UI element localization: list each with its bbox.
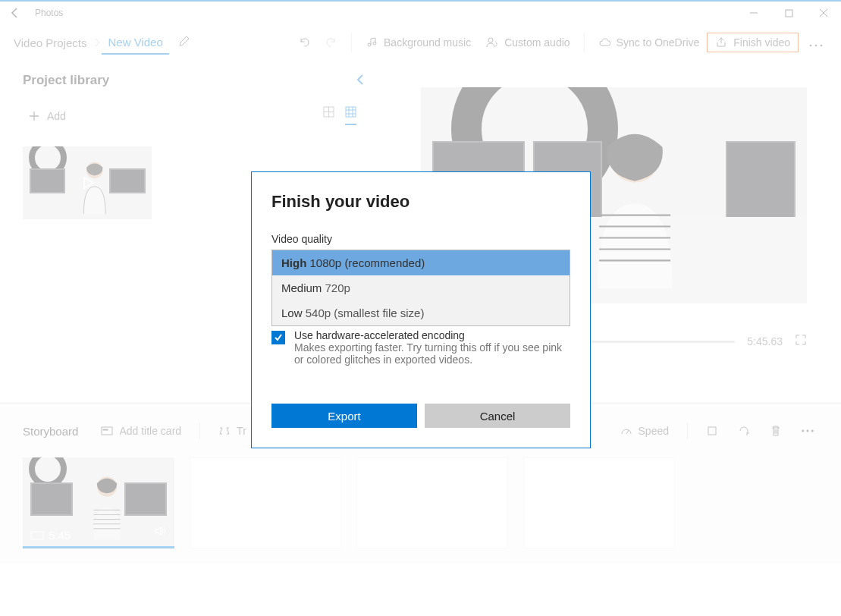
more-icon <box>809 44 823 47</box>
export-button[interactable]: Export <box>271 404 417 428</box>
storyboard-overflow-button[interactable] <box>797 422 818 440</box>
delete-button[interactable] <box>765 422 786 440</box>
sync-onedrive-button[interactable]: Sync to OneDrive <box>591 32 708 53</box>
storyboard-label: Storyboard <box>23 425 86 438</box>
tab-new-video[interactable]: New Video <box>102 31 168 55</box>
finish-video-button[interactable]: Finish video <box>707 33 799 52</box>
plus-icon <box>29 111 39 121</box>
storyboard-slot[interactable] <box>190 457 341 548</box>
overflow-button[interactable] <box>799 35 833 51</box>
tab-video-projects[interactable]: Video Projects <box>8 32 93 54</box>
library-clip[interactable] <box>23 146 152 219</box>
svg-point-1 <box>488 38 493 42</box>
hw-accel-desc: Makes exporting faster. Try turning this… <box>294 341 570 366</box>
speed-icon <box>620 425 632 437</box>
speed-button[interactable]: Speed <box>616 422 673 440</box>
trash-icon <box>770 425 782 437</box>
hw-accel-label: Use hardware-accelerated encoding <box>294 329 570 341</box>
library-title: Project library <box>23 73 109 88</box>
quality-option-high[interactable]: High 1080p (recommended) <box>272 250 570 275</box>
undo-button[interactable] <box>290 32 318 53</box>
redo-button[interactable] <box>318 32 345 53</box>
svg-point-13 <box>807 430 808 432</box>
minimize-icon <box>749 8 758 17</box>
duration-icon <box>30 531 44 540</box>
svg-rect-6 <box>346 107 356 117</box>
chevron-right-icon <box>94 37 100 48</box>
trim-icon <box>218 425 231 437</box>
more-icon <box>802 425 814 437</box>
back-button[interactable] <box>0 7 30 19</box>
svg-point-3 <box>815 44 817 46</box>
svg-point-14 <box>811 430 813 432</box>
undo-icon <box>298 36 310 49</box>
app-title: Photos <box>30 8 63 18</box>
dialog-title: Finish your video <box>271 192 570 212</box>
custom-audio-button[interactable]: Custom audio <box>479 32 577 53</box>
background-music-button[interactable]: Background music <box>358 32 479 53</box>
fullscreen-button[interactable] <box>795 334 807 349</box>
redo-icon <box>325 36 337 49</box>
music-icon <box>366 36 378 49</box>
crop-button[interactable] <box>701 422 723 440</box>
quality-option-medium[interactable]: Medium 720p <box>272 275 570 300</box>
arrow-left-icon <box>9 7 21 19</box>
export-icon <box>715 36 727 49</box>
storyboard-slot[interactable] <box>356 457 508 548</box>
add-button[interactable]: Add <box>23 107 72 125</box>
command-bar: Video Projects New Video Background musi… <box>0 24 841 61</box>
rotate-icon <box>738 425 750 437</box>
storyboard-slot[interactable] <box>523 457 675 548</box>
add-title-card-button[interactable]: Add title card <box>96 422 186 440</box>
title-bar: Photos <box>0 0 841 24</box>
pencil-icon <box>178 35 190 47</box>
svg-rect-9 <box>102 427 112 435</box>
svg-point-2 <box>810 44 812 46</box>
minimize-button[interactable] <box>736 2 771 24</box>
hw-accel-checkbox[interactable] <box>271 331 285 344</box>
cloud-icon <box>598 36 610 49</box>
view-large-icon[interactable] <box>323 106 334 125</box>
rotate-button[interactable] <box>733 422 755 440</box>
close-button[interactable] <box>806 2 841 24</box>
chevron-left-icon <box>356 74 364 86</box>
crop-icon <box>706 425 718 437</box>
finish-video-dialog: Finish your video Video quality High 108… <box>251 171 591 448</box>
trim-button[interactable]: Tr <box>214 422 251 440</box>
time-total: 5:45.63 <box>747 335 783 347</box>
check-icon <box>274 333 283 342</box>
view-small-icon[interactable] <box>345 106 356 125</box>
title-card-icon <box>101 425 113 437</box>
cancel-button[interactable]: Cancel <box>425 404 570 428</box>
quality-option-low[interactable]: Low 540p (smallest file size) <box>272 300 570 325</box>
svg-rect-11 <box>708 427 716 435</box>
collapse-button[interactable] <box>356 74 364 88</box>
maximize-button[interactable] <box>771 2 806 24</box>
svg-rect-0 <box>786 10 792 17</box>
quality-combo[interactable]: High 1080p (recommended) Medium 720p Low… <box>271 250 570 326</box>
rename-button[interactable] <box>169 35 199 50</box>
svg-point-12 <box>802 430 804 432</box>
maximize-icon <box>785 9 793 17</box>
storyboard-clip[interactable]: 5:45 <box>23 457 174 548</box>
fullscreen-icon <box>795 334 807 346</box>
svg-rect-10 <box>103 429 108 430</box>
svg-point-4 <box>821 44 823 46</box>
clip-audio-icon <box>153 524 167 541</box>
play-icon <box>78 174 96 192</box>
quality-label: Video quality <box>271 233 570 245</box>
close-icon <box>819 8 828 17</box>
speaker-icon <box>153 524 167 538</box>
svg-rect-16 <box>31 532 43 539</box>
clip-duration: 5:45 <box>30 529 71 542</box>
audio-person-icon <box>486 36 498 49</box>
